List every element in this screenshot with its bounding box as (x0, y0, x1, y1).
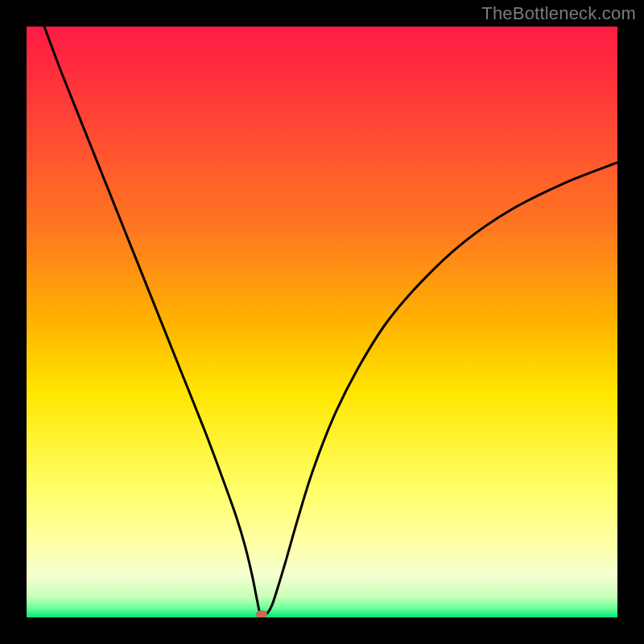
plot-area (27, 27, 617, 617)
bottleneck-curve (27, 27, 617, 617)
watermark-text: TheBottleneck.com (481, 3, 636, 24)
optimal-point-marker (256, 611, 267, 617)
chart-frame: TheBottleneck.com (0, 0, 644, 644)
